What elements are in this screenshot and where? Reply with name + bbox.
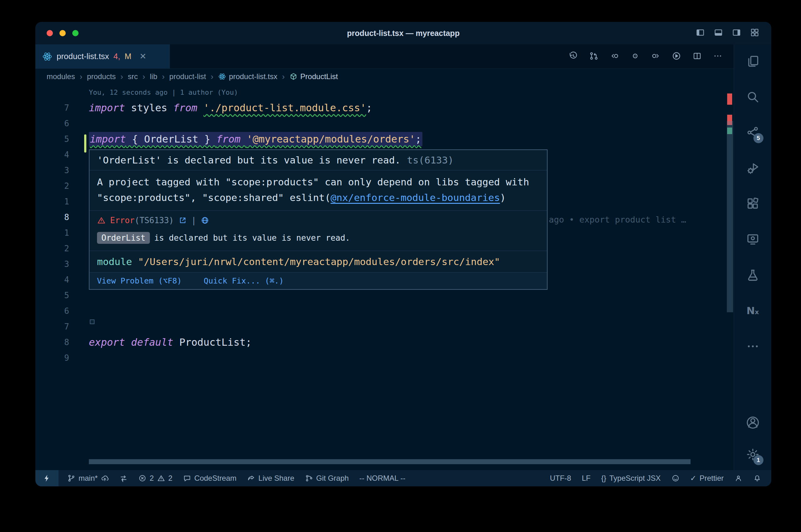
- breadcrumb-symbol[interactable]: ProductList: [289, 72, 338, 81]
- breadcrumb-file[interactable]: product-list.tsx: [218, 72, 277, 81]
- settings-gear-icon[interactable]: 1: [745, 447, 760, 462]
- next-change-icon[interactable]: [651, 51, 660, 62]
- code-line[interactable]: 6: [35, 303, 734, 319]
- breadcrumb-item[interactable]: products: [87, 72, 116, 81]
- line-number: 6: [35, 306, 69, 316]
- lightning-icon: [42, 474, 51, 482]
- run-and-debug-icon[interactable]: [745, 161, 760, 176]
- error-count-icon: [138, 474, 146, 482]
- line-number: 5: [35, 134, 69, 144]
- line-number: 4: [35, 275, 69, 284]
- code-line[interactable]: 7: [35, 319, 734, 335]
- hover-resize-handle[interactable]: [90, 320, 94, 324]
- react-file-icon: [218, 73, 226, 81]
- eslint-rule-link[interactable]: @nx/enforce-module-boundaries: [331, 192, 500, 203]
- git-graph-item[interactable]: Git Graph: [305, 474, 349, 482]
- eslint-rule-message: A project tagged with "scope:products" c…: [90, 170, 547, 210]
- source-control-icon[interactable]: 5: [745, 125, 760, 140]
- language-mode-item[interactable]: {}TypeScript JSX: [601, 474, 660, 482]
- remote-explorer-icon[interactable]: [745, 232, 760, 247]
- run-file-icon[interactable]: [672, 51, 681, 62]
- encoding-item[interactable]: UTF-8: [550, 474, 571, 482]
- compare-icon[interactable]: [589, 51, 599, 62]
- view-problem-link[interactable]: View Problem (⌥F8): [97, 276, 182, 285]
- vertical-scrollbar[interactable]: [727, 121, 733, 312]
- globe-icon[interactable]: [201, 216, 209, 225]
- settings-badge: 1: [753, 455, 763, 465]
- testing-icon[interactable]: [745, 268, 760, 283]
- breadcrumb-item[interactable]: modules: [47, 72, 75, 81]
- compare-arrows-icon: [120, 474, 128, 482]
- code-line[interactable]: 5: [35, 288, 734, 303]
- explorer-icon[interactable]: [745, 54, 760, 69]
- breadcrumb-separator: ›: [142, 72, 145, 81]
- symbol-chip: OrderList: [97, 232, 150, 244]
- breadcrumb-separator: ›: [282, 72, 285, 81]
- previous-change-icon[interactable]: [610, 51, 619, 62]
- more-actions-icon[interactable]: [713, 51, 723, 62]
- breadcrumb-separator: ›: [80, 72, 82, 81]
- split-editor-icon[interactable]: [692, 51, 702, 62]
- tab-problem-count: 4,: [113, 52, 121, 61]
- prettier-item[interactable]: ✓Prettier: [690, 474, 724, 482]
- codestream-item[interactable]: CodeStream: [183, 474, 237, 482]
- code-line[interactable]: 6: [35, 116, 734, 131]
- breadcrumb-separator: ›: [162, 72, 165, 81]
- open-changes-icon[interactable]: [631, 51, 640, 62]
- eol-item[interactable]: LF: [582, 474, 590, 482]
- line-number: 5: [35, 291, 69, 300]
- line-number: 7: [35, 103, 69, 113]
- activity-bar: 5 Nx 1: [734, 44, 771, 470]
- code-line[interactable]: 5import { OrderList } from '@myreactapp/…: [35, 131, 734, 147]
- quick-fix-link[interactable]: Quick Fix... (⌘.): [204, 276, 284, 285]
- line-number: 7: [35, 322, 69, 331]
- git-branch-icon: [67, 474, 75, 482]
- code-line[interactable]: 9: [35, 350, 734, 366]
- warning-count-icon: [157, 474, 165, 482]
- accounts-icon[interactable]: [745, 415, 760, 430]
- breadcrumb-item[interactable]: product-list: [169, 72, 206, 81]
- breadcrumb-item[interactable]: lib: [150, 72, 158, 81]
- toggle-panel-icon[interactable]: [714, 28, 723, 38]
- git-branch-item[interactable]: main*: [67, 474, 109, 482]
- additional-views-icon[interactable]: [745, 339, 760, 354]
- problems-item[interactable]: 2 2: [138, 474, 172, 482]
- notifications-bell-icon[interactable]: [753, 474, 761, 482]
- codelens-blame[interactable]: You, 12 seconds ago | 1 author (You): [89, 89, 238, 96]
- feedback-smiley-icon[interactable]: [672, 474, 679, 482]
- close-tab-icon[interactable]: ✕: [140, 52, 146, 61]
- error-label: Error: [110, 216, 134, 225]
- breadcrumb: modules › products › src › lib › product…: [35, 69, 734, 84]
- remote-indicator[interactable]: [35, 470, 58, 486]
- code-line[interactable]: 7import styles from './product-list.modu…: [35, 100, 734, 116]
- status-bar: main* 2 2 CodeStream Live Share Git Grap…: [35, 470, 771, 486]
- editor[interactable]: You, 12 seconds ago | 1 author (You) 7im…: [35, 84, 734, 470]
- module-path-row: module"/Users/juri/nrwl/content/myreacta…: [90, 251, 547, 272]
- window-title: product-list.tsx — myreactapp: [35, 22, 771, 44]
- code-line[interactable]: 8export default ProductList;: [35, 335, 734, 350]
- live-share-item[interactable]: Live Share: [247, 474, 294, 482]
- file-history-icon[interactable]: [568, 51, 578, 62]
- hover-actions: View Problem (⌥F8) Quick Fix... (⌘.): [90, 272, 547, 289]
- tab-modified-indicator: M: [125, 52, 131, 61]
- toggle-secondary-sidebar-icon[interactable]: [732, 28, 741, 38]
- customize-layout-icon[interactable]: [750, 28, 759, 38]
- line-number: 6: [35, 119, 69, 128]
- horizontal-scrollbar[interactable]: [89, 459, 691, 464]
- compare-changes-item[interactable]: [120, 474, 128, 482]
- tab-product-list[interactable]: product-list.tsx 4, M ✕: [35, 44, 170, 69]
- external-link-icon[interactable]: [178, 216, 187, 225]
- line-number: 4: [35, 150, 69, 159]
- feedback-person-icon[interactable]: [734, 474, 743, 482]
- live-share-icon: [247, 474, 255, 482]
- vim-mode-indicator[interactable]: -- NORMAL --: [360, 474, 405, 482]
- search-icon[interactable]: [745, 89, 760, 104]
- editor-actions: [568, 44, 734, 69]
- line-number: 3: [35, 166, 69, 175]
- extensions-icon[interactable]: [745, 196, 760, 211]
- breadcrumb-item[interactable]: src: [128, 72, 138, 81]
- toggle-primary-sidebar-icon[interactable]: [695, 28, 705, 38]
- nx-console-icon[interactable]: Nx: [745, 303, 760, 318]
- inline-blame-annotation[interactable]: ago • export product list …: [549, 212, 686, 228]
- line-number: 2: [35, 181, 69, 191]
